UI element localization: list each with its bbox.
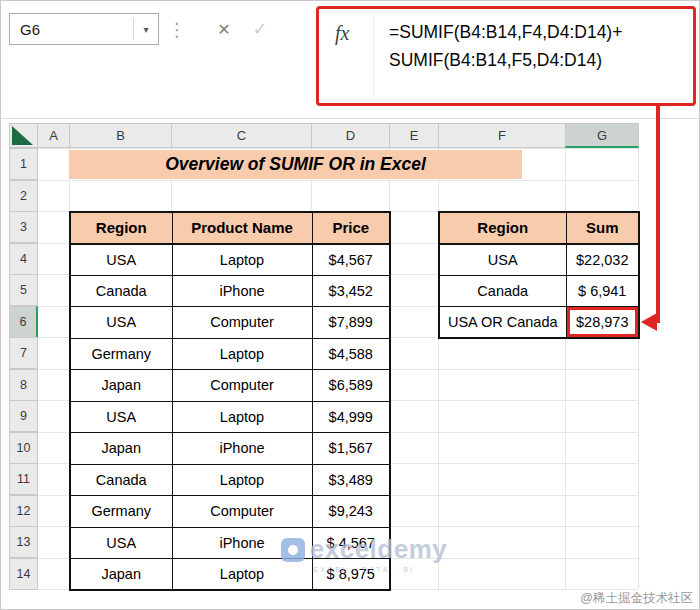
cell-product[interactable]: Laptop: [172, 338, 312, 370]
header-region[interactable]: Region: [439, 212, 566, 244]
column-header-c[interactable]: C: [171, 123, 312, 148]
table-header-row: Region Sum: [439, 212, 639, 244]
name-box[interactable]: G6 ▾: [9, 13, 159, 45]
row-header-9[interactable]: 9: [9, 400, 38, 432]
row-header-4[interactable]: 4: [9, 243, 38, 275]
column-header-e[interactable]: E: [389, 123, 439, 148]
cell-price[interactable]: $3,452: [312, 275, 390, 307]
row-header-12[interactable]: 12: [9, 495, 38, 527]
row-header-2[interactable]: 2: [9, 180, 38, 212]
formula-line-1: =SUMIF(B4:B14,F4,D4:D14)+: [389, 18, 622, 46]
name-box-value: G6: [10, 21, 133, 38]
cell-price[interactable]: $4,567: [312, 244, 390, 276]
cell-price[interactable]: $4,999: [312, 401, 390, 433]
cell-product[interactable]: iPhone: [172, 527, 312, 559]
table-row: Canada iPhone $3,452: [70, 275, 390, 307]
header-region[interactable]: Region: [70, 212, 172, 244]
annotation-arrow-line: [656, 104, 660, 323]
cell-price[interactable]: $1,567: [312, 433, 390, 465]
formula-input[interactable]: =SUMIF(B4:B14,F4,D4:D14)+ SUMIF(B4:B14,F…: [389, 18, 622, 74]
row-header-11[interactable]: 11: [9, 463, 38, 495]
cell-product[interactable]: iPhone: [172, 275, 312, 307]
table-row: USA OR Canada $28,973: [439, 307, 639, 339]
cell-price[interactable]: $ 8,975: [312, 559, 390, 591]
row-header-14[interactable]: 14: [9, 558, 38, 590]
cell-price[interactable]: $7,899: [312, 307, 390, 339]
table-row: Germany Computer $9,243: [70, 496, 390, 528]
table-row: USA Laptop $4,567: [70, 244, 390, 276]
excel-window: G6 ▾ ⋮ ✕ ✓ fx =SUMIF(B4:B14,F4,D4:D14)+ …: [0, 0, 700, 610]
cell-product[interactable]: Laptop: [172, 244, 312, 276]
row-header-3[interactable]: 3: [9, 211, 38, 243]
header-price[interactable]: Price: [312, 212, 390, 244]
cell-region[interactable]: Japan: [70, 433, 172, 465]
cell-region[interactable]: USA: [70, 307, 172, 339]
cell-product[interactable]: Computer: [172, 496, 312, 528]
select-all-corner[interactable]: [9, 123, 38, 148]
row-header-1[interactable]: 1: [9, 148, 38, 180]
credit-text: @稀土掘金技术社区: [471, 590, 693, 607]
source-table: Region Product Name Price USA Laptop $4,…: [69, 211, 391, 591]
cell-region[interactable]: USA: [70, 527, 172, 559]
table-row: USA Computer $7,899: [70, 307, 390, 339]
row-header-13[interactable]: 13: [9, 526, 38, 558]
cell-region[interactable]: USA OR Canada: [439, 307, 566, 339]
cell-region[interactable]: Germany: [70, 496, 172, 528]
table-row: Canada $ 6,941: [439, 275, 639, 307]
result-table: Region Sum USA $22,032 Canada $ 6,941 US…: [438, 211, 640, 339]
cell-price[interactable]: $3,489: [312, 464, 390, 496]
table-header-row: Region Product Name Price: [70, 212, 390, 244]
row-header-10[interactable]: 10: [9, 432, 38, 464]
cell-region[interactable]: USA: [439, 244, 566, 276]
title-banner[interactable]: Overview of SUMIF OR in Excel: [69, 150, 522, 179]
row-header-6[interactable]: 6: [9, 306, 38, 338]
name-box-caret-icon[interactable]: ▾: [134, 24, 158, 35]
column-header-a[interactable]: A: [37, 123, 70, 148]
table-row: Germany Laptop $4,588: [70, 338, 390, 370]
table-row: USA Laptop $4,999: [70, 401, 390, 433]
column-header-f[interactable]: F: [438, 123, 566, 148]
table-row: Japan Computer $6,589: [70, 370, 390, 402]
cell-product[interactable]: Laptop: [172, 464, 312, 496]
enter-icon[interactable]: ✓: [245, 15, 275, 43]
cell-region[interactable]: Canada: [70, 275, 172, 307]
formula-bar-handle-icon[interactable]: ⋮: [169, 15, 185, 43]
cell-region[interactable]: Canada: [70, 464, 172, 496]
cell-product[interactable]: Laptop: [172, 401, 312, 433]
cell-region[interactable]: Germany: [70, 338, 172, 370]
cell-sum[interactable]: $22,032: [566, 244, 639, 276]
cell-price[interactable]: $4,588: [312, 338, 390, 370]
cell-region[interactable]: USA: [70, 244, 172, 276]
row-header-7[interactable]: 7: [9, 337, 38, 369]
table-row: USA $22,032: [439, 244, 639, 276]
cell-product[interactable]: Computer: [172, 307, 312, 339]
column-header-g[interactable]: G: [565, 123, 639, 148]
cell-price[interactable]: $6,589: [312, 370, 390, 402]
column-header-d[interactable]: D: [311, 123, 390, 148]
formula-line-2: SUMIF(B4:B14,F5,D4:D14): [389, 46, 622, 74]
cell-price[interactable]: $ 4,567: [312, 527, 390, 559]
table-row: Canada Laptop $3,489: [70, 464, 390, 496]
select-all-triangle-icon: [12, 126, 33, 145]
cell-region[interactable]: USA: [70, 401, 172, 433]
cell-product[interactable]: Laptop: [172, 559, 312, 591]
cell-region[interactable]: Japan: [70, 370, 172, 402]
annotation-arrow-head-icon: [641, 313, 657, 331]
cell-price[interactable]: $9,243: [312, 496, 390, 528]
header-sum[interactable]: Sum: [566, 212, 639, 244]
row-header-8[interactable]: 8: [9, 369, 38, 401]
table-row: Japan iPhone $1,567: [70, 433, 390, 465]
header-product[interactable]: Product Name: [172, 212, 312, 244]
cancel-icon[interactable]: ✕: [209, 15, 239, 43]
row-header-5[interactable]: 5: [9, 274, 38, 306]
fx-icon[interactable]: fx: [335, 22, 349, 45]
column-header-b[interactable]: B: [69, 123, 172, 148]
selected-cell-g6[interactable]: $28,973: [566, 307, 639, 339]
cell-region[interactable]: Japan: [70, 559, 172, 591]
cell-region[interactable]: Canada: [439, 275, 566, 307]
cell-sum[interactable]: $ 6,941: [566, 275, 639, 307]
cell-product[interactable]: iPhone: [172, 433, 312, 465]
cell-product[interactable]: Computer: [172, 370, 312, 402]
table-row: USA iPhone $ 4,567: [70, 527, 390, 559]
table-row: Japan Laptop $ 8,975: [70, 559, 390, 591]
